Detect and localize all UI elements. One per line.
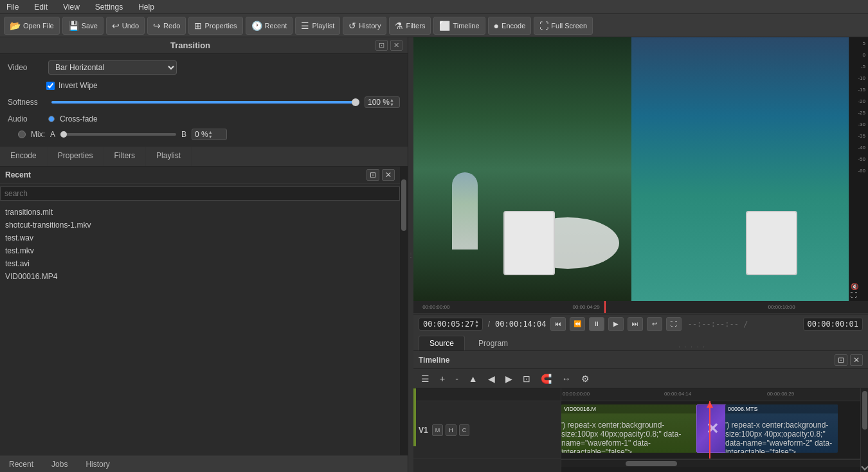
bottom-tab-jobs[interactable]: Jobs bbox=[42, 457, 77, 471]
tl-ripple-btn[interactable]: ↔ bbox=[559, 372, 574, 385]
skip-start-button[interactable]: ⏮ bbox=[550, 317, 566, 331]
source-tab[interactable]: Source bbox=[419, 336, 465, 350]
softness-row: Softness 100 % ▲ ▼ bbox=[8, 96, 400, 108]
bottom-tab-history[interactable]: History bbox=[77, 457, 118, 471]
tl-settings-btn[interactable]: ⚙ bbox=[579, 372, 592, 385]
tl-prev-btn[interactable]: ◀ bbox=[485, 372, 498, 385]
softness-slider[interactable] bbox=[51, 101, 359, 104]
tl-next-btn[interactable]: ▶ bbox=[503, 372, 515, 385]
vu-label-neg60: -60 bbox=[849, 165, 868, 176]
mute-icon[interactable]: 🔇 bbox=[851, 283, 867, 290]
files-close-btn[interactable]: ✕ bbox=[382, 169, 395, 181]
timeline-close-btn[interactable]: ✕ bbox=[850, 354, 863, 366]
tl-remove-btn[interactable]: - bbox=[453, 372, 461, 385]
properties-panel: Transition ⊡ ✕ Video Bar Horizontal bbox=[0, 37, 408, 147]
file-item-shotcut[interactable]: shotcut-transitions-1.mkv bbox=[0, 219, 400, 231]
timeline-icon: ⬜ bbox=[439, 21, 450, 31]
file-item-vid00016[interactable]: VID00016.MP4 bbox=[0, 270, 400, 283]
menu-file[interactable]: File bbox=[4, 3, 21, 12]
timeline-scroll-thumb[interactable] bbox=[626, 461, 677, 466]
mix-toggle[interactable] bbox=[18, 131, 26, 138]
timeline-scrollbar[interactable] bbox=[561, 459, 860, 467]
loop-button[interactable]: ↩ bbox=[647, 317, 662, 331]
pause-button[interactable]: ⏸ bbox=[589, 317, 604, 331]
redo-button[interactable]: ↪ Redo bbox=[147, 17, 186, 35]
clip-00006mts-waveform: ') repeat-x center;background-size:100px… bbox=[725, 413, 838, 453]
clip-00006mts[interactable]: 00006.MTS ') repeat-x center;background-… bbox=[725, 404, 838, 453]
playlist-button[interactable]: ☰ Playlist bbox=[295, 17, 340, 35]
tl-up-btn[interactable]: ▲ bbox=[466, 372, 480, 385]
timeline-tracks[interactable]: 00:00:00:00 00:00:04:14 00:00:08:29 VID0… bbox=[561, 388, 860, 472]
track-v1-content[interactable]: VID00016.M ') repeat-x center;background… bbox=[561, 401, 860, 459]
program-tab[interactable]: Program bbox=[467, 336, 519, 350]
transition-clip[interactable]: ✕ bbox=[696, 404, 728, 453]
transition-section: Video Bar Horizontal Invert Wipe Softnes… bbox=[0, 54, 408, 147]
timeline-vscroll-down[interactable] bbox=[860, 462, 869, 472]
time-spin[interactable]: ▲▼ bbox=[475, 320, 478, 329]
track-composite-btn[interactable]: C bbox=[459, 424, 470, 436]
menu-edit[interactable]: Edit bbox=[32, 3, 50, 12]
invert-wipe-checkbox[interactable] bbox=[46, 82, 55, 90]
tab-encode[interactable]: Encode bbox=[0, 147, 48, 166]
video-preview: 5 0 -5 -10 -15 -20 -25 -30 -35 -40 -50 -… bbox=[413, 37, 868, 301]
fullscreen-button[interactable]: ⛶ Full Screen bbox=[534, 17, 593, 35]
softness-spin[interactable]: ▲ ▼ bbox=[390, 98, 394, 107]
file-item-transitions-mlt[interactable]: transitions.mlt bbox=[0, 206, 400, 219]
open-file-button[interactable]: 📂 Open File bbox=[4, 17, 60, 35]
tab-properties[interactable]: Properties bbox=[48, 147, 104, 166]
mix-spin[interactable]: ▲ ▼ bbox=[208, 130, 213, 139]
tl-menu-btn[interactable]: ☰ bbox=[419, 372, 432, 385]
recent-button[interactable]: 🕐 Recent bbox=[246, 17, 293, 35]
clip-vid00016[interactable]: VID00016.M ') repeat-x center;background… bbox=[561, 404, 700, 453]
tl-snap-btn[interactable]: 🧲 bbox=[538, 372, 554, 385]
timeline-button[interactable]: ⬜ Timeline bbox=[433, 17, 485, 35]
skip-end-button[interactable]: ⏭ bbox=[628, 317, 643, 331]
history-button[interactable]: ↺ History bbox=[343, 17, 386, 35]
properties-button[interactable]: ⊞ Properties bbox=[188, 17, 242, 35]
step-back-button[interactable]: ⏪ bbox=[570, 317, 585, 331]
save-button[interactable]: 💾 Save bbox=[62, 17, 104, 35]
file-item-test-mkv[interactable]: test.mkv bbox=[0, 244, 400, 257]
current-time-display[interactable]: 00:00:05:27 ▲▼ bbox=[419, 318, 483, 331]
mix-slider[interactable] bbox=[60, 133, 176, 136]
file-item-test-avi[interactable]: test.avi bbox=[0, 257, 400, 270]
file-item-test-wav[interactable]: test.wav bbox=[0, 231, 400, 244]
ruler-0: 00:00:00:00 bbox=[563, 391, 590, 397]
play-button[interactable]: ▶ bbox=[608, 317, 624, 331]
files-scrollbar[interactable] bbox=[400, 167, 408, 455]
timeline-vscroll[interactable] bbox=[860, 388, 868, 472]
right-panel: 5 0 -5 -10 -15 -20 -25 -30 -35 -40 -50 -… bbox=[413, 37, 868, 472]
encode-button[interactable]: ● Encode bbox=[488, 17, 532, 35]
left-panel: Transition ⊡ ✕ Video Bar Horizontal bbox=[0, 37, 408, 472]
timeline-vscroll-thumb[interactable] bbox=[862, 391, 867, 430]
menu-settings[interactable]: Settings bbox=[93, 3, 125, 12]
track-mute-btn[interactable]: M bbox=[432, 424, 444, 436]
fullscreen-playback-btn[interactable]: ⛶ bbox=[666, 317, 682, 331]
tab-playlist[interactable]: Playlist bbox=[146, 147, 192, 166]
bottom-tab-recent[interactable]: Recent bbox=[0, 457, 42, 471]
search-input[interactable] bbox=[0, 186, 400, 201]
clip-vid00016-label: VID00016.M bbox=[561, 404, 700, 413]
tl-fit-btn[interactable]: ⊡ bbox=[520, 372, 533, 385]
timeline-restore-btn[interactable]: ⊡ bbox=[835, 354, 847, 366]
expand-icon[interactable]: ⛶ bbox=[851, 291, 867, 298]
total-time: 00:00:14:04 bbox=[495, 320, 546, 329]
track-hide-btn[interactable]: H bbox=[446, 424, 457, 436]
panel-restore-btn[interactable]: ⊡ bbox=[375, 40, 388, 51]
softness-value: 100 % bbox=[368, 98, 390, 107]
video-type-select[interactable]: Bar Horizontal bbox=[48, 60, 177, 75]
panel-close-btn[interactable]: ✕ bbox=[390, 40, 402, 51]
tl-add-btn[interactable]: + bbox=[437, 372, 448, 385]
panel-divider[interactable]: ⋮ bbox=[408, 37, 413, 472]
source-program-tabs: Source Program · · · · · bbox=[413, 333, 868, 351]
files-scroll-thumb[interactable] bbox=[401, 179, 406, 231]
files-restore-btn[interactable]: ⊡ bbox=[366, 169, 379, 181]
crossfade-radio[interactable] bbox=[48, 116, 55, 122]
menu-bar: File Edit View Settings Help bbox=[0, 0, 868, 14]
undo-button[interactable]: ↩ Undo bbox=[106, 17, 145, 35]
menu-view[interactable]: View bbox=[60, 3, 82, 12]
filters-button[interactable]: ⚗ Filters bbox=[389, 17, 431, 35]
undo-label: Undo bbox=[122, 22, 139, 30]
menu-help[interactable]: Help bbox=[136, 3, 157, 12]
tab-filters[interactable]: Filters bbox=[104, 147, 146, 166]
